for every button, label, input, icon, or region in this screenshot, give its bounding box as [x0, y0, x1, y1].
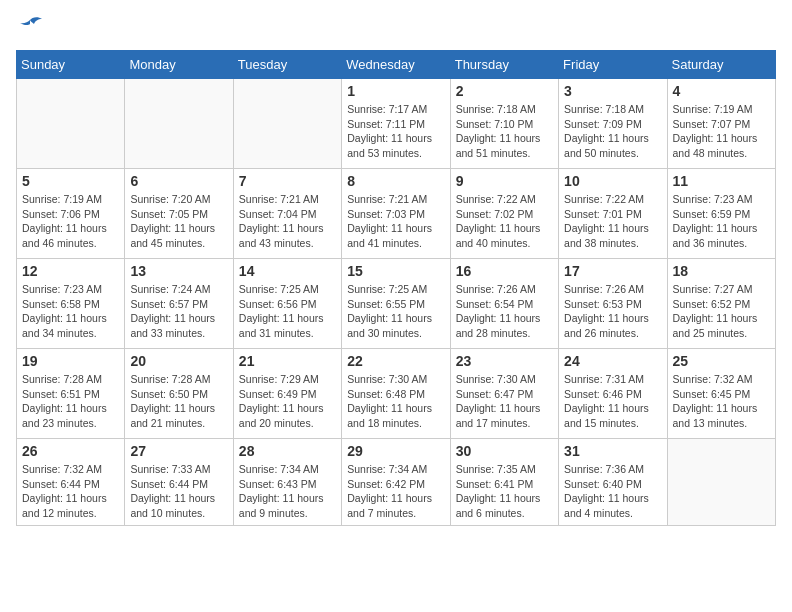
day-number: 23: [456, 353, 553, 369]
calendar-cell: 16Sunrise: 7:26 AM Sunset: 6:54 PM Dayli…: [450, 259, 558, 349]
calendar-cell: 27Sunrise: 7:33 AM Sunset: 6:44 PM Dayli…: [125, 439, 233, 526]
day-info: Sunrise: 7:26 AM Sunset: 6:53 PM Dayligh…: [564, 282, 661, 341]
day-number: 13: [130, 263, 227, 279]
calendar-cell: 11Sunrise: 7:23 AM Sunset: 6:59 PM Dayli…: [667, 169, 775, 259]
day-number: 4: [673, 83, 770, 99]
calendar-cell: 12Sunrise: 7:23 AM Sunset: 6:58 PM Dayli…: [17, 259, 125, 349]
day-info: Sunrise: 7:27 AM Sunset: 6:52 PM Dayligh…: [673, 282, 770, 341]
calendar-cell: 2Sunrise: 7:18 AM Sunset: 7:10 PM Daylig…: [450, 79, 558, 169]
day-number: 25: [673, 353, 770, 369]
day-info: Sunrise: 7:23 AM Sunset: 6:59 PM Dayligh…: [673, 192, 770, 251]
day-info: Sunrise: 7:30 AM Sunset: 6:48 PM Dayligh…: [347, 372, 444, 431]
calendar-cell: 15Sunrise: 7:25 AM Sunset: 6:55 PM Dayli…: [342, 259, 450, 349]
day-number: 27: [130, 443, 227, 459]
calendar-week-row: 12Sunrise: 7:23 AM Sunset: 6:58 PM Dayli…: [17, 259, 776, 349]
column-header-tuesday: Tuesday: [233, 51, 341, 79]
day-info: Sunrise: 7:28 AM Sunset: 6:50 PM Dayligh…: [130, 372, 227, 431]
calendar-cell: [17, 79, 125, 169]
calendar-cell: 9Sunrise: 7:22 AM Sunset: 7:02 PM Daylig…: [450, 169, 558, 259]
day-info: Sunrise: 7:34 AM Sunset: 6:43 PM Dayligh…: [239, 462, 336, 521]
day-number: 7: [239, 173, 336, 189]
column-header-monday: Monday: [125, 51, 233, 79]
day-info: Sunrise: 7:36 AM Sunset: 6:40 PM Dayligh…: [564, 462, 661, 521]
day-info: Sunrise: 7:25 AM Sunset: 6:55 PM Dayligh…: [347, 282, 444, 341]
day-info: Sunrise: 7:25 AM Sunset: 6:56 PM Dayligh…: [239, 282, 336, 341]
calendar-cell: 30Sunrise: 7:35 AM Sunset: 6:41 PM Dayli…: [450, 439, 558, 526]
calendar-week-row: 26Sunrise: 7:32 AM Sunset: 6:44 PM Dayli…: [17, 439, 776, 526]
day-info: Sunrise: 7:20 AM Sunset: 7:05 PM Dayligh…: [130, 192, 227, 251]
day-number: 8: [347, 173, 444, 189]
day-number: 19: [22, 353, 119, 369]
day-info: Sunrise: 7:23 AM Sunset: 6:58 PM Dayligh…: [22, 282, 119, 341]
calendar-cell: 6Sunrise: 7:20 AM Sunset: 7:05 PM Daylig…: [125, 169, 233, 259]
calendar-cell: 1Sunrise: 7:17 AM Sunset: 7:11 PM Daylig…: [342, 79, 450, 169]
day-number: 24: [564, 353, 661, 369]
logo-icon: [16, 16, 44, 38]
day-number: 21: [239, 353, 336, 369]
day-number: 16: [456, 263, 553, 279]
calendar-week-row: 5Sunrise: 7:19 AM Sunset: 7:06 PM Daylig…: [17, 169, 776, 259]
day-info: Sunrise: 7:18 AM Sunset: 7:09 PM Dayligh…: [564, 102, 661, 161]
day-number: 31: [564, 443, 661, 459]
calendar-cell: 18Sunrise: 7:27 AM Sunset: 6:52 PM Dayli…: [667, 259, 775, 349]
calendar-cell: [233, 79, 341, 169]
calendar-cell: 5Sunrise: 7:19 AM Sunset: 7:06 PM Daylig…: [17, 169, 125, 259]
calendar-cell: 3Sunrise: 7:18 AM Sunset: 7:09 PM Daylig…: [559, 79, 667, 169]
calendar-cell: 25Sunrise: 7:32 AM Sunset: 6:45 PM Dayli…: [667, 349, 775, 439]
calendar-cell: 24Sunrise: 7:31 AM Sunset: 6:46 PM Dayli…: [559, 349, 667, 439]
calendar-cell: 29Sunrise: 7:34 AM Sunset: 6:42 PM Dayli…: [342, 439, 450, 526]
day-info: Sunrise: 7:28 AM Sunset: 6:51 PM Dayligh…: [22, 372, 119, 431]
calendar-cell: 26Sunrise: 7:32 AM Sunset: 6:44 PM Dayli…: [17, 439, 125, 526]
column-header-thursday: Thursday: [450, 51, 558, 79]
day-info: Sunrise: 7:32 AM Sunset: 6:45 PM Dayligh…: [673, 372, 770, 431]
day-info: Sunrise: 7:19 AM Sunset: 7:07 PM Dayligh…: [673, 102, 770, 161]
calendar-cell: [667, 439, 775, 526]
day-info: Sunrise: 7:22 AM Sunset: 7:02 PM Dayligh…: [456, 192, 553, 251]
day-info: Sunrise: 7:33 AM Sunset: 6:44 PM Dayligh…: [130, 462, 227, 521]
day-info: Sunrise: 7:21 AM Sunset: 7:03 PM Dayligh…: [347, 192, 444, 251]
day-number: 5: [22, 173, 119, 189]
calendar-cell: 23Sunrise: 7:30 AM Sunset: 6:47 PM Dayli…: [450, 349, 558, 439]
calendar-cell: [125, 79, 233, 169]
day-info: Sunrise: 7:34 AM Sunset: 6:42 PM Dayligh…: [347, 462, 444, 521]
day-number: 11: [673, 173, 770, 189]
day-number: 3: [564, 83, 661, 99]
day-number: 30: [456, 443, 553, 459]
day-number: 15: [347, 263, 444, 279]
day-info: Sunrise: 7:18 AM Sunset: 7:10 PM Dayligh…: [456, 102, 553, 161]
calendar-cell: 17Sunrise: 7:26 AM Sunset: 6:53 PM Dayli…: [559, 259, 667, 349]
calendar-cell: 21Sunrise: 7:29 AM Sunset: 6:49 PM Dayli…: [233, 349, 341, 439]
day-info: Sunrise: 7:32 AM Sunset: 6:44 PM Dayligh…: [22, 462, 119, 521]
day-number: 14: [239, 263, 336, 279]
day-info: Sunrise: 7:26 AM Sunset: 6:54 PM Dayligh…: [456, 282, 553, 341]
calendar-cell: 22Sunrise: 7:30 AM Sunset: 6:48 PM Dayli…: [342, 349, 450, 439]
calendar-cell: 13Sunrise: 7:24 AM Sunset: 6:57 PM Dayli…: [125, 259, 233, 349]
calendar-table: SundayMondayTuesdayWednesdayThursdayFrid…: [16, 50, 776, 526]
calendar-cell: 19Sunrise: 7:28 AM Sunset: 6:51 PM Dayli…: [17, 349, 125, 439]
day-info: Sunrise: 7:17 AM Sunset: 7:11 PM Dayligh…: [347, 102, 444, 161]
column-header-sunday: Sunday: [17, 51, 125, 79]
day-info: Sunrise: 7:31 AM Sunset: 6:46 PM Dayligh…: [564, 372, 661, 431]
calendar-cell: 7Sunrise: 7:21 AM Sunset: 7:04 PM Daylig…: [233, 169, 341, 259]
calendar-cell: 8Sunrise: 7:21 AM Sunset: 7:03 PM Daylig…: [342, 169, 450, 259]
page-header: [16, 16, 776, 38]
calendar-cell: 10Sunrise: 7:22 AM Sunset: 7:01 PM Dayli…: [559, 169, 667, 259]
day-info: Sunrise: 7:29 AM Sunset: 6:49 PM Dayligh…: [239, 372, 336, 431]
calendar-cell: 4Sunrise: 7:19 AM Sunset: 7:07 PM Daylig…: [667, 79, 775, 169]
day-info: Sunrise: 7:21 AM Sunset: 7:04 PM Dayligh…: [239, 192, 336, 251]
logo: [16, 16, 48, 38]
day-number: 28: [239, 443, 336, 459]
column-header-saturday: Saturday: [667, 51, 775, 79]
day-info: Sunrise: 7:19 AM Sunset: 7:06 PM Dayligh…: [22, 192, 119, 251]
day-number: 18: [673, 263, 770, 279]
column-header-wednesday: Wednesday: [342, 51, 450, 79]
day-number: 10: [564, 173, 661, 189]
calendar-cell: 28Sunrise: 7:34 AM Sunset: 6:43 PM Dayli…: [233, 439, 341, 526]
day-info: Sunrise: 7:30 AM Sunset: 6:47 PM Dayligh…: [456, 372, 553, 431]
calendar-week-row: 1Sunrise: 7:17 AM Sunset: 7:11 PM Daylig…: [17, 79, 776, 169]
day-info: Sunrise: 7:35 AM Sunset: 6:41 PM Dayligh…: [456, 462, 553, 521]
calendar-cell: 20Sunrise: 7:28 AM Sunset: 6:50 PM Dayli…: [125, 349, 233, 439]
calendar-cell: 14Sunrise: 7:25 AM Sunset: 6:56 PM Dayli…: [233, 259, 341, 349]
day-number: 29: [347, 443, 444, 459]
calendar-cell: 31Sunrise: 7:36 AM Sunset: 6:40 PM Dayli…: [559, 439, 667, 526]
